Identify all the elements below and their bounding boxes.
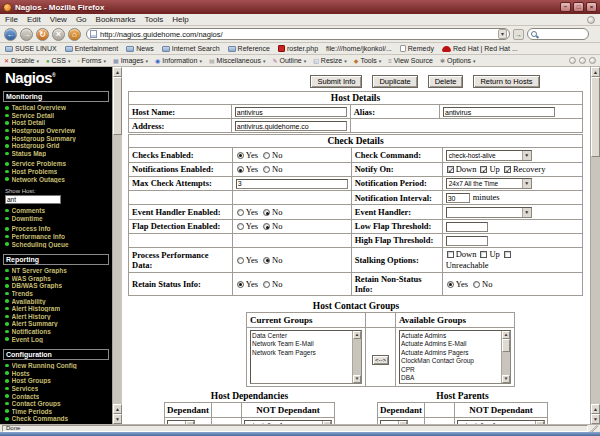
notifications-enabled-radio-yes[interactable] [237, 166, 244, 173]
sidebar-item-alert-histogram[interactable]: Alert Histogram [3, 305, 109, 313]
address-bar[interactable]: http://nagios.guidehome.com/nagios/ [86, 28, 510, 40]
scrollbar-thumb[interactable] [591, 77, 600, 157]
list-scrollbar[interactable] [352, 331, 361, 383]
scrollbar-thumb[interactable] [502, 339, 510, 352]
list-option[interactable]: Actuate Admins E-Mail [401, 340, 501, 349]
alias-input[interactable] [443, 107, 555, 117]
webdev-css[interactable]: ●CSS▾ [46, 57, 71, 64]
list-option[interactable]: Network Team Pagers [252, 349, 352, 358]
bookmark-reference[interactable]: Reference [228, 45, 270, 52]
sidebar-item-service-detail[interactable]: Service Detail [3, 112, 109, 120]
low-flap-threshold-input[interactable] [446, 222, 488, 232]
bookmark-internet-search[interactable]: Internet Search [162, 45, 220, 52]
bookmark-remedy[interactable]: Remedy [400, 45, 434, 52]
url-dropdown-button[interactable] [498, 29, 507, 39]
sidebar-item-event-log[interactable]: Event Log [3, 335, 109, 343]
menu-view[interactable]: View [50, 15, 67, 24]
resize-grip-icon[interactable] [590, 425, 598, 432]
sidebar-item-tactical-overview[interactable]: Tactical Overview [3, 104, 109, 112]
sidebar-item-host-problems[interactable]: Host Problems [3, 168, 109, 176]
current-groups-list[interactable]: Data CenterNetwork Team E-MailNetwork Te… [250, 330, 362, 384]
back-button[interactable] [4, 28, 17, 41]
sidebar-item-downtime[interactable]: Downtime [3, 215, 109, 223]
flap-detection-enabled-radio-yes[interactable] [237, 223, 244, 230]
menu-bookmarks[interactable]: Bookmarks [96, 15, 136, 24]
sidebar-item-alert-summary[interactable]: Alert Summary [3, 320, 109, 328]
delete-button[interactable]: Delete [428, 75, 464, 88]
webdev-view-source[interactable]: ≡View Source [388, 57, 433, 64]
scroll-up-icon[interactable] [591, 67, 600, 77]
sidebar-item-contacts[interactable]: Contacts [3, 392, 109, 400]
bookmark-entertainment[interactable]: Entertainment [65, 45, 119, 52]
menu-help[interactable]: Help [172, 15, 188, 24]
scroll-down-icon[interactable] [591, 414, 600, 424]
sidebar-item-network-outages[interactable]: Network Outages [3, 175, 109, 183]
bookmark-news[interactable]: News [126, 45, 154, 52]
scroll-up-icon[interactable] [353, 331, 361, 339]
sidebar-item-process-info[interactable]: Process Info [3, 225, 109, 233]
scroll-up-icon[interactable] [113, 67, 122, 77]
scroll-down-icon[interactable] [113, 414, 122, 424]
duplicate-button[interactable]: Duplicate [372, 75, 417, 88]
sidebar-item-service-problems[interactable]: Service Problems [3, 160, 109, 168]
sidebar-item-status-map[interactable]: Status Map [3, 150, 109, 158]
webdev-tools[interactable]: ◆Tools▾ [354, 57, 381, 64]
process-performance-data-radio-yes[interactable] [237, 257, 244, 264]
swap-groups-button[interactable]: <--> [372, 355, 389, 365]
list-option[interactable]: Actuate Admins [401, 332, 501, 341]
list-option[interactable]: Network Team E-Mail [252, 340, 352, 349]
flap-detection-enabled-radio-no[interactable] [263, 223, 270, 230]
reload-button[interactable] [36, 28, 49, 41]
bookmark-suse-linux[interactable]: SUSE LINUX [5, 45, 57, 52]
webdev-resize[interactable]: ◱Resize▾ [313, 57, 347, 64]
scroll-up-icon[interactable] [113, 404, 122, 414]
webdev-forms[interactable]: ▪Forms▾ [77, 57, 106, 64]
sidebar-item-hostgroup-summary[interactable]: Hostgroup Summary [3, 134, 109, 142]
go-button[interactable] [513, 29, 524, 40]
sidebar-item-notifications[interactable]: Notifications [3, 328, 109, 336]
list-scrollbar[interactable] [501, 331, 510, 383]
notifications-enabled-radio-no[interactable] [263, 166, 270, 173]
menu-edit[interactable]: Edit [27, 15, 41, 24]
max-check-attempts-input[interactable] [236, 179, 348, 189]
sidebar-item-db-was-graphs[interactable]: DB/WAS Graphs [3, 282, 109, 290]
sidebar-item-alert-history[interactable]: Alert History [3, 312, 109, 320]
sidebar-item-host-groups[interactable]: Host Groups [3, 377, 109, 385]
menu-go[interactable]: Go [76, 15, 87, 24]
web-search-input[interactable] [540, 31, 585, 38]
retain-non-status-info-radio-no[interactable] [473, 281, 480, 288]
available-groups-list[interactable]: Actuate AdminsActuate Admins E-MailActua… [399, 330, 511, 384]
sidebar-item-host-detail[interactable]: Host Detail [3, 119, 109, 127]
checkbox-unreachable[interactable] [504, 251, 511, 258]
scrollbar-thumb[interactable] [113, 77, 122, 135]
sidebar-item-performance-info[interactable]: Performance Info [3, 233, 109, 241]
forward-button[interactable] [20, 28, 33, 41]
retain-status-info-radio-yes[interactable] [237, 281, 244, 288]
menu-tools[interactable]: Tools [145, 15, 164, 24]
url-text[interactable]: http://nagios.guidehome.com/nagios/ [100, 30, 495, 39]
checkbox-down[interactable] [447, 251, 454, 258]
sidebar-scrollbar[interactable] [112, 67, 122, 424]
webdev-outline[interactable]: ✎Outline▾ [272, 57, 306, 64]
sidebar-item-availability[interactable]: Availability [3, 297, 109, 305]
list-option[interactable]: Data Center [252, 332, 352, 341]
event-handler-select[interactable] [446, 207, 532, 218]
checks-enabled-radio-no[interactable] [263, 152, 270, 159]
checks-enabled-radio-yes[interactable] [237, 152, 244, 159]
sidebar-item-hosts[interactable]: Hosts [3, 369, 109, 377]
list-option[interactable]: ClockMan Contact Group [401, 357, 501, 366]
show-host-input[interactable] [5, 195, 61, 204]
sidebar-item-trends[interactable]: Trends [3, 290, 109, 298]
stop-button[interactable] [52, 28, 65, 41]
scroll-up-icon[interactable] [591, 404, 600, 414]
sidebar-item-hostgroup-grid[interactable]: Hostgroup Grid [3, 142, 109, 150]
sidebar-item-services[interactable]: Services [3, 385, 109, 393]
process-performance-data-radio-no[interactable] [263, 257, 270, 264]
main-scrollbar[interactable] [590, 67, 600, 424]
sidebar-item-scheduling-queue[interactable]: Scheduling Queue [3, 240, 109, 248]
list-option[interactable]: DBA [401, 374, 501, 383]
checkbox-up[interactable] [480, 251, 487, 258]
dropdown-arrow-icon[interactable] [522, 179, 531, 188]
webdev-disable[interactable]: ✕Disable▾ [4, 57, 39, 64]
webdev-images[interactable]: ▦Images▾ [113, 57, 148, 64]
